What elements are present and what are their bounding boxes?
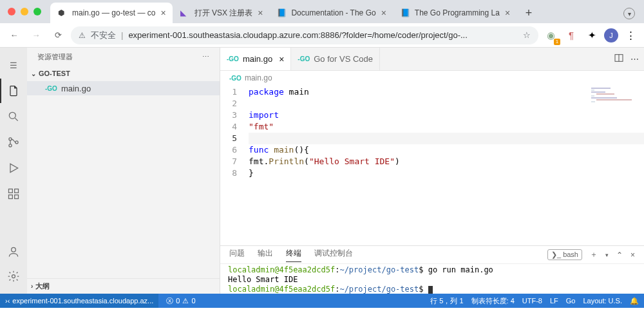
browser-tab-3[interactable]: 📘 The Go Programming La × (393, 3, 516, 23)
notifications-icon[interactable]: 🔔 (630, 297, 639, 305)
run-icon[interactable] (0, 156, 27, 180)
svg-rect-6 (15, 195, 19, 199)
browser-tab-2[interactable]: 📘 Documentation - The Go × (269, 3, 392, 23)
cursor-position[interactable]: 行 5，列 1 (430, 296, 463, 306)
terminal-panel: 问题输出终端调试控制台 ❯_ bash ＋ ▾ ⌃ × localadmin@4… (220, 245, 644, 294)
svg-point-9 (12, 275, 15, 278)
svg-rect-4 (9, 189, 13, 193)
code-editor[interactable]: 12345678 package main import "fmt" func … (220, 85, 644, 245)
gear-icon[interactable] (0, 264, 27, 289)
terminal-tab[interactable]: 终端 (286, 248, 301, 262)
go-file-icon: -GO (227, 55, 239, 62)
menu-icon[interactable]: ☰ (0, 53, 27, 77)
terminal-tab[interactable]: 输出 (258, 248, 273, 261)
close-icon[interactable]: × (505, 8, 510, 18)
language-mode[interactable]: Go (566, 297, 576, 305)
close-icon[interactable]: × (258, 8, 263, 18)
extension-icon[interactable]: ◉ (542, 27, 559, 44)
sidebar: 资源管理器 ⋯ ⌄ GO-TEST -GO main.go › 大纲 (27, 48, 220, 294)
svg-rect-5 (9, 195, 13, 199)
explorer-icon[interactable] (0, 79, 27, 103)
svg-point-2 (9, 144, 12, 147)
split-editor-icon[interactable] (614, 53, 624, 65)
source-control-icon[interactable] (0, 130, 27, 155)
vscode-icon: ⬢ (58, 8, 67, 17)
editor-tab-go-vscode[interactable]: -GO Go for VS Code (291, 48, 380, 70)
terminal-tab[interactable]: 问题 (229, 248, 245, 261)
extensions-icon[interactable] (0, 182, 27, 206)
insecure-icon: ⚠ (79, 31, 86, 40)
reload-button[interactable]: ⟳ (49, 26, 67, 44)
close-icon[interactable]: × (630, 251, 635, 260)
problems-indicator[interactable]: ⓧ 0 ⚠ 0 (166, 296, 195, 306)
forward-button[interactable]: → (27, 26, 45, 44)
status-bar: ›‹ experiment-001.southeastasia.cloudapp… (0, 294, 644, 308)
sidebar-title: 资源管理器 (37, 52, 73, 62)
account-icon[interactable] (0, 240, 27, 264)
svg-point-0 (9, 112, 15, 118)
breadcrumb[interactable]: -GO main.go (220, 71, 644, 85)
terminal-body[interactable]: localadmin@4f5eaa2dcd5f:~/project/go-tes… (220, 264, 644, 294)
mac-zoom[interactable] (33, 8, 41, 15)
browser-tab-0[interactable]: ⬢ main.go — go-test — co × (50, 3, 173, 23)
file-item-main-go[interactable]: -GO main.go (27, 81, 220, 95)
more-icon[interactable]: ⋯ (202, 53, 209, 61)
chevron-down-icon: ⌄ (31, 70, 36, 77)
browser-tab-1[interactable]: ◣ 打开 VSX 注册表 × (173, 3, 270, 23)
svg-rect-7 (15, 189, 19, 193)
sidebar-outline-section[interactable]: › 大纲 (27, 278, 220, 294)
editor-tabs: -GO main.go × -GO Go for VS Code ⋯ (220, 48, 644, 71)
close-icon[interactable]: × (160, 8, 166, 18)
encoding[interactable]: UTF-8 (522, 297, 542, 305)
tab-size[interactable]: 制表符长度: 4 (471, 296, 515, 306)
go-file-icon: -GO (45, 85, 57, 92)
svg-point-3 (15, 141, 18, 144)
chevron-right-icon: › (31, 283, 33, 290)
new-tab-button[interactable]: + (520, 4, 538, 22)
vsx-icon: ◣ (180, 8, 189, 17)
browser-toolbar: ← → ⟳ ⚠ 不安全 | experiment-001.southeastas… (0, 23, 644, 48)
more-icon[interactable]: ⋯ (630, 54, 639, 64)
browser-tab-strip: ⬢ main.go — go-test — co × ◣ 打开 VSX 注册表 … (0, 0, 644, 23)
chevron-down-icon[interactable]: ▾ (605, 252, 609, 258)
sidebar-project-section[interactable]: ⌄ GO-TEST (27, 66, 220, 81)
terminal-tab[interactable]: 调试控制台 (314, 248, 353, 261)
minimap[interactable] (591, 88, 636, 113)
maximize-icon[interactable]: ⌃ (616, 251, 623, 260)
editor-tab-main-go[interactable]: -GO main.go × (220, 48, 291, 70)
eol[interactable]: LF (550, 297, 558, 305)
paragraph-icon[interactable]: ¶ (563, 27, 580, 44)
search-icon[interactable] (0, 104, 27, 129)
mac-minimize[interactable] (21, 8, 28, 15)
keyboard-layout[interactable]: Layout: U.S. (583, 297, 622, 305)
close-icon[interactable]: × (381, 8, 386, 18)
activity-bar: ☰ (0, 48, 27, 294)
remote-indicator[interactable]: ›‹ experiment-001.southeastasia.cloudapp… (0, 294, 158, 308)
svg-point-1 (9, 138, 12, 140)
extensions-icon[interactable]: ✦ (583, 27, 600, 44)
editor-area: -GO main.go × -GO Go for VS Code ⋯ -GO m… (220, 48, 644, 294)
star-icon[interactable]: ☆ (523, 30, 531, 40)
go-file-icon: -GO (229, 75, 242, 82)
chevron-down-icon[interactable]: ▾ (623, 8, 635, 19)
back-button[interactable]: ← (5, 26, 23, 44)
go-file-icon: -GO (298, 55, 310, 62)
close-icon[interactable]: × (279, 54, 284, 64)
go-doc-icon: 📘 (277, 8, 286, 17)
mac-close[interactable] (8, 8, 15, 15)
menu-icon[interactable]: ⋮ (622, 27, 639, 44)
url-field[interactable]: ⚠ 不安全 | experiment-001.southeastasia.clo… (71, 26, 538, 44)
svg-point-8 (12, 247, 16, 252)
new-terminal-icon[interactable]: ＋ (590, 249, 598, 260)
go-icon: 📘 (401, 8, 410, 17)
terminal-shell-select[interactable]: ❯_ bash (547, 249, 582, 260)
profile-avatar[interactable]: J (604, 28, 618, 43)
